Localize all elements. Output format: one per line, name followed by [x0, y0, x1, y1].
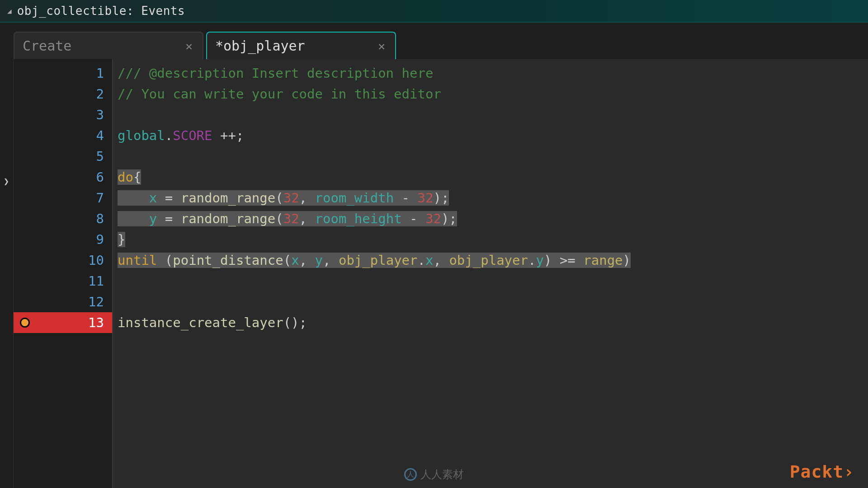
line-number: 10 [36, 250, 112, 271]
tab-label: *obj_player [215, 38, 305, 54]
watermark-packt: Packt› [790, 462, 854, 482]
line-number: 1 [36, 63, 112, 84]
title-bar: ◢ obj_collectible: Events [0, 0, 868, 23]
code-line[interactable]: // You can write your code in this edito… [118, 84, 868, 104]
tab-label: Create [23, 38, 71, 54]
line-number: 8 [36, 208, 112, 229]
line-number: 12 [36, 291, 112, 312]
code-line[interactable] [118, 291, 868, 312]
window-title: obj_collectible: Events [17, 4, 185, 18]
tabs-row: Create ✕ *obj_player ✕ [0, 23, 868, 59]
chevron-right-icon[interactable]: ❯ [4, 176, 9, 187]
code-line[interactable]: x = random_range(32, room_width - 32); [118, 188, 868, 208]
error-marker[interactable] [14, 312, 36, 333]
line-number: 4 [36, 125, 112, 146]
breakpoint-gutter[interactable] [14, 59, 36, 488]
collapse-icon[interactable]: ◢ [7, 7, 12, 15]
code-line[interactable]: until (point_distance(x, y, obj_player.x… [118, 250, 868, 271]
line-number: 6 [36, 167, 112, 188]
error-icon [20, 318, 30, 328]
code-line[interactable]: /// @description Insert description here [118, 63, 868, 84]
fold-gutter[interactable]: ❯ [0, 59, 14, 488]
line-number: 7 [36, 188, 112, 208]
close-icon[interactable]: ✕ [376, 39, 387, 53]
code-line[interactable] [118, 271, 868, 291]
code-line[interactable] [118, 146, 868, 167]
line-numbers: 1 2 3 4 5 6 7 8 9 10 11 12 13 [36, 59, 113, 488]
close-icon[interactable]: ✕ [184, 39, 194, 53]
code-line[interactable] [118, 104, 868, 125]
line-number: 2 [36, 84, 112, 104]
code-line[interactable]: global.SCORE ++; [118, 125, 868, 146]
editor-area: ❯ 1 2 3 4 5 6 7 8 9 10 11 12 13 /// @des… [0, 59, 868, 488]
line-number: 5 [36, 146, 112, 167]
code-line[interactable]: } [118, 229, 868, 250]
code-line[interactable]: do{ [118, 167, 868, 188]
code-line[interactable]: y = random_range(32, room_height - 32); [118, 208, 868, 229]
code-area[interactable]: /// @description Insert description here… [113, 59, 868, 488]
line-number: 9 [36, 229, 112, 250]
tab-obj-player[interactable]: *obj_player ✕ [206, 32, 396, 59]
code-line[interactable]: instance_create_layer(); [118, 312, 868, 333]
line-number: 13 [36, 312, 112, 333]
watermark-center: 人 人人素材 [404, 467, 464, 482]
line-number: 11 [36, 271, 112, 291]
tab-create[interactable]: Create ✕ [14, 32, 203, 59]
line-number: 3 [36, 104, 112, 125]
logo-icon: 人 [404, 468, 417, 481]
